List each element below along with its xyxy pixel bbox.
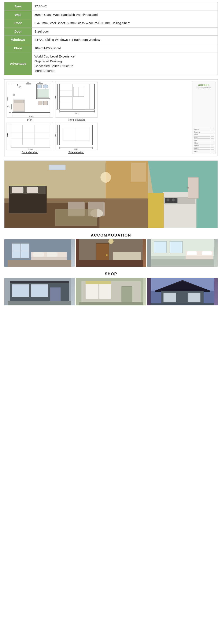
shop-photo-1-svg [4,278,75,306]
svg-rect-120 [31,284,48,297]
svg-rect-77 [49,165,65,170]
svg-text:2810: 2810 [55,95,57,99]
svg-point-104 [106,254,108,256]
soeasy-brand: SOEASY [198,84,209,87]
plan-item: 3000 5950 D1 [6,82,53,121]
svg-rect-75 [27,187,38,193]
svg-text:5950: 5950 [75,112,79,114]
acc-photo-2-svg [76,239,146,267]
soeasy-panel: SOEASY EASY CONTAINER Project Drawing Sc… [192,82,216,154]
svg-rect-114 [187,251,197,255]
accommodation-photo-3 [147,239,218,267]
specs-label-0: Area [4,2,32,11]
svg-rect-138 [151,303,214,306]
svg-rect-111 [170,241,182,253]
specs-value-6: World Cup Level Experience!Organized Dra… [32,52,218,75]
svg-rect-136 [164,293,176,302]
svg-rect-17 [11,104,12,109]
svg-rect-21 [38,101,42,105]
svg-rect-121 [50,288,61,301]
front-elevation-item: 2810 5950 [55,82,98,121]
svg-rect-56 [60,125,92,145]
front-elevation-svg: 2810 5950 [55,82,98,118]
soeasy-sub: EASY CONTAINER [196,87,211,89]
svg-point-84 [166,198,169,202]
svg-text:W1: W1 [27,82,30,84]
render-section [0,158,222,230]
side-elevation-label: Side elevation [68,151,84,154]
svg-rect-20 [14,100,24,103]
svg-rect-74 [12,187,24,193]
svg-rect-87 [188,177,198,198]
soeasy-logo-box: SOEASY EASY CONTAINER [193,83,214,90]
svg-text:5950: 5950 [29,116,33,118]
acc-photo-3-svg [147,239,218,267]
shop-photo-grid [0,278,222,308]
diagram-box: 3000 5950 D1 [4,79,218,156]
svg-rect-43 [11,125,50,145]
specs-section: Area17.85m2Wall50mm Glass Wool Sandwich … [0,0,222,77]
diagram-left: 3000 5950 D1 [6,82,190,154]
svg-rect-119 [12,284,29,297]
specs-value-1: 50mm Glass Wool Sandwich Panel/Insulated [32,10,218,19]
svg-point-90 [100,172,111,182]
back-elevation-svg: 2810 5950 [6,122,53,150]
svg-text:3000: 3000 [6,96,8,101]
svg-text:D2: D2 [13,94,15,96]
svg-rect-92 [131,162,146,182]
svg-rect-99 [33,252,44,256]
svg-rect-89 [55,209,98,226]
svg-text:D1: D1 [20,86,22,88]
shop-photo-1 [4,278,75,306]
render-box [4,160,218,228]
svg-rect-65 [63,128,89,141]
svg-rect-39 [85,84,94,109]
plan-label: Plan [27,118,32,121]
svg-text:2810: 2810 [6,133,8,137]
back-elevation-item: 2810 5950 Back elevation [6,122,53,154]
specs-value-4: 2 PVC Sliding Windows + 1 Bathroom Windo… [32,36,218,44]
svg-text:2810: 2810 [55,133,57,137]
plan-svg: 3000 5950 D1 [6,82,53,118]
shop-photo-3 [147,278,218,306]
specs-label-2: Roof [4,19,32,28]
svg-rect-122 [10,281,69,283]
acc-photo-1-svg [4,239,75,267]
svg-rect-25 [38,89,49,98]
side-elevation-item: 2810 3010 Side elevation [55,122,98,154]
svg-rect-123 [8,301,71,306]
accommodation-photo-2 [76,239,146,267]
specs-value-5: 18mm MGO Board [32,44,218,52]
svg-point-85 [172,198,175,202]
svg-rect-100 [47,252,58,256]
accommodation-heading: ACCOMMODATION [0,230,222,239]
specs-value-0: 17.85m2 [32,2,218,11]
shop-photo-2-svg [76,278,146,306]
svg-rect-101 [8,260,71,267]
svg-rect-12 [26,84,31,84]
bottom-diagrams-row: 2810 5950 Back elevation [6,122,190,154]
svg-rect-23 [38,85,42,88]
back-elevation-label: Back elevation [22,151,38,154]
svg-point-88 [187,187,188,188]
diagram-section: 3000 5950 D1 [0,77,222,158]
svg-rect-110 [154,241,166,253]
diagram-inner: 3000 5950 D1 [6,82,216,154]
svg-text:3010: 3010 [74,148,78,150]
svg-rect-107 [79,260,143,267]
interior-render-svg [4,160,218,228]
svg-marker-128 [86,281,111,284]
svg-rect-86 [148,193,164,228]
shop-photo-3-svg [147,278,218,306]
specs-table: Area17.85m2Wall50mm Glass Wool Sandwich … [4,2,218,75]
specs-value-3: Steel door [32,27,218,36]
specs-label-6: Advantage [4,52,32,75]
svg-rect-14 [38,84,43,84]
svg-rect-115 [202,251,212,255]
front-elevation-label: Front elevation [68,118,84,121]
svg-rect-129 [122,286,132,302]
svg-point-24 [43,84,48,88]
top-diagrams-row: 3000 5950 D1 [6,82,190,121]
side-elevation-svg: 2810 3010 [55,122,98,150]
specs-value-2: 0.476mm Steel Sheet+50mm Glass Wool Roll… [32,19,218,28]
